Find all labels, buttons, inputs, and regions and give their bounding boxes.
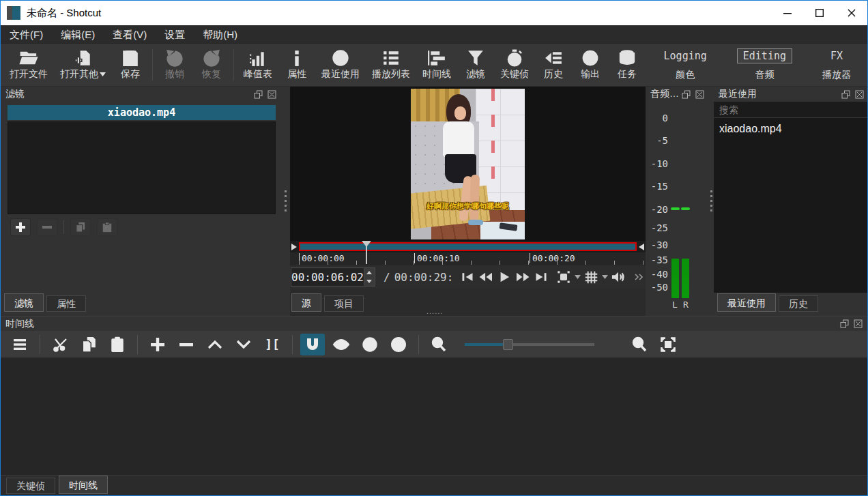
recent-item[interactable]: xiaodao.mp4 bbox=[714, 118, 868, 138]
playhead[interactable] bbox=[361, 241, 372, 264]
lift-button[interactable] bbox=[203, 334, 227, 355]
split-button[interactable]: ][ bbox=[260, 334, 285, 355]
float-panel-icon[interactable] bbox=[840, 319, 849, 328]
history-button[interactable]: 历史 bbox=[535, 47, 572, 83]
spin-down-icon bbox=[366, 280, 372, 283]
append-button[interactable] bbox=[145, 334, 170, 355]
scrub-bar[interactable] bbox=[299, 242, 637, 251]
zoom-menu-caret[interactable] bbox=[573, 268, 582, 287]
close-panel-icon[interactable] bbox=[854, 319, 863, 328]
file-plus-icon bbox=[74, 49, 92, 67]
grid-button[interactable] bbox=[582, 268, 601, 287]
jobs-button[interactable]: 任务 bbox=[609, 47, 646, 83]
save-button[interactable]: 保存 bbox=[112, 47, 149, 83]
remove-filter-button[interactable] bbox=[37, 218, 57, 236]
skip-to-end-button[interactable] bbox=[532, 268, 551, 287]
trim-out-marker[interactable] bbox=[639, 244, 644, 250]
close-button[interactable] bbox=[835, 1, 867, 25]
tab-project[interactable]: 项目 bbox=[324, 295, 364, 312]
ripple-button[interactable] bbox=[358, 334, 382, 355]
timeline-zoom-slider[interactable] bbox=[465, 338, 594, 351]
tab-properties[interactable]: 属性 bbox=[46, 295, 86, 312]
ripple-all-tracks-button[interactable] bbox=[386, 334, 411, 355]
zoom-toggle-button[interactable] bbox=[555, 268, 573, 287]
zoom-in-button[interactable] bbox=[627, 334, 652, 355]
timeline-tracks-area[interactable] bbox=[1, 358, 867, 475]
filter-list[interactable] bbox=[8, 121, 276, 214]
menu-view[interactable]: 查看(V) bbox=[104, 25, 156, 44]
open-other-button[interactable]: 打开其他 bbox=[54, 47, 112, 83]
zoom-out-button[interactable] bbox=[426, 334, 451, 355]
tab-filters[interactable]: 滤镜 bbox=[4, 293, 44, 312]
fast-forward-button[interactable] bbox=[514, 268, 532, 287]
vertical-splitter[interactable] bbox=[709, 87, 714, 316]
cut-button[interactable] bbox=[48, 334, 72, 355]
playlist-button[interactable]: 播放列表 bbox=[366, 47, 416, 83]
redo-button[interactable]: 恢复 bbox=[193, 47, 230, 83]
spin-down-button[interactable] bbox=[364, 277, 375, 286]
menu-settings[interactable]: 设置 bbox=[156, 25, 194, 44]
keyframes-button[interactable]: 关键侦 bbox=[494, 47, 535, 83]
close-panel-icon[interactable] bbox=[855, 90, 864, 99]
layout-audio-button[interactable]: 音频 bbox=[749, 68, 779, 82]
slider-handle[interactable] bbox=[503, 339, 513, 350]
layout-editing-button[interactable]: Editing bbox=[737, 48, 792, 63]
paste-button[interactable] bbox=[105, 334, 130, 355]
tab-keyframes[interactable]: 关键侦 bbox=[6, 478, 55, 494]
export-button[interactable]: 输出 bbox=[572, 47, 609, 83]
menu-edit[interactable]: 编辑(E) bbox=[52, 25, 104, 44]
layout-fx-button[interactable]: FX bbox=[825, 49, 848, 63]
ripple-delete-button[interactable] bbox=[174, 334, 199, 355]
volume-button[interactable] bbox=[609, 268, 628, 287]
undo-button[interactable]: 撤销 bbox=[156, 47, 193, 83]
copy-button[interactable] bbox=[76, 334, 101, 355]
menu-file[interactable]: 文件(F) bbox=[1, 25, 52, 44]
toolbar-overflow-button[interactable] bbox=[635, 268, 643, 287]
tab-recent[interactable]: 最近使用 bbox=[717, 293, 776, 312]
add-filter-button[interactable] bbox=[10, 218, 31, 236]
properties-button[interactable]: 属性 bbox=[278, 47, 315, 83]
close-panel-icon[interactable] bbox=[267, 90, 276, 99]
vertical-splitter[interactable] bbox=[281, 87, 290, 316]
maximize-button[interactable] bbox=[803, 1, 835, 25]
tab-history[interactable]: 历史 bbox=[779, 295, 818, 312]
open-file-button[interactable]: 打开文件 bbox=[3, 47, 54, 83]
snap-toggle-button[interactable] bbox=[300, 334, 325, 355]
peak-meter-button[interactable]: 峰值表 bbox=[237, 47, 278, 83]
float-panel-icon[interactable] bbox=[254, 90, 263, 99]
paste-filters-button[interactable] bbox=[97, 218, 117, 236]
copy-filters-button[interactable] bbox=[70, 218, 91, 236]
recent-button[interactable]: 最近使用 bbox=[315, 47, 366, 83]
maximize-icon bbox=[815, 9, 824, 17]
meter-scale-label: -25 bbox=[646, 222, 668, 233]
play-button[interactable] bbox=[495, 268, 514, 287]
player-panel: 好啊那你想学哪句哪些呢 00:00:00 00:00:10 00:00:20 0… bbox=[290, 87, 646, 316]
layout-player-button[interactable]: 播放器 bbox=[817, 68, 856, 82]
horizontal-splitter-grip[interactable]: ...... bbox=[426, 307, 443, 315]
menu-help[interactable]: 帮助(H) bbox=[194, 25, 246, 44]
zoom-fit-button[interactable] bbox=[656, 334, 680, 355]
tab-timeline[interactable]: 时间线 bbox=[59, 476, 108, 494]
tab-source[interactable]: 源 bbox=[291, 293, 321, 312]
float-panel-icon[interactable] bbox=[682, 90, 691, 99]
grid-menu-caret[interactable] bbox=[601, 268, 609, 287]
overwrite-button[interactable] bbox=[231, 334, 256, 355]
splitter-grip bbox=[285, 190, 287, 212]
spin-up-button[interactable] bbox=[364, 268, 375, 277]
trim-in-marker[interactable] bbox=[291, 244, 297, 250]
stack-icon bbox=[618, 49, 636, 67]
minimize-button[interactable] bbox=[771, 1, 803, 25]
filters-button[interactable]: 滤镜 bbox=[457, 47, 494, 83]
float-panel-icon[interactable] bbox=[841, 90, 850, 99]
scrub-while-dragging-button[interactable] bbox=[329, 334, 353, 355]
current-time-spinbox[interactable]: 00:00:06:02 bbox=[291, 267, 375, 287]
timeline-menu-button[interactable] bbox=[8, 334, 32, 355]
layout-color-button[interactable]: 颜色 bbox=[670, 68, 700, 82]
recent-search-input[interactable] bbox=[714, 102, 868, 118]
timeline-toolbar-separator bbox=[40, 335, 40, 354]
close-panel-icon[interactable] bbox=[695, 90, 704, 99]
rewind-button[interactable] bbox=[477, 268, 495, 287]
timeline-button[interactable]: 时间线 bbox=[416, 47, 457, 83]
skip-to-start-button[interactable] bbox=[459, 268, 477, 287]
layout-logging-button[interactable]: Logging bbox=[659, 49, 712, 63]
